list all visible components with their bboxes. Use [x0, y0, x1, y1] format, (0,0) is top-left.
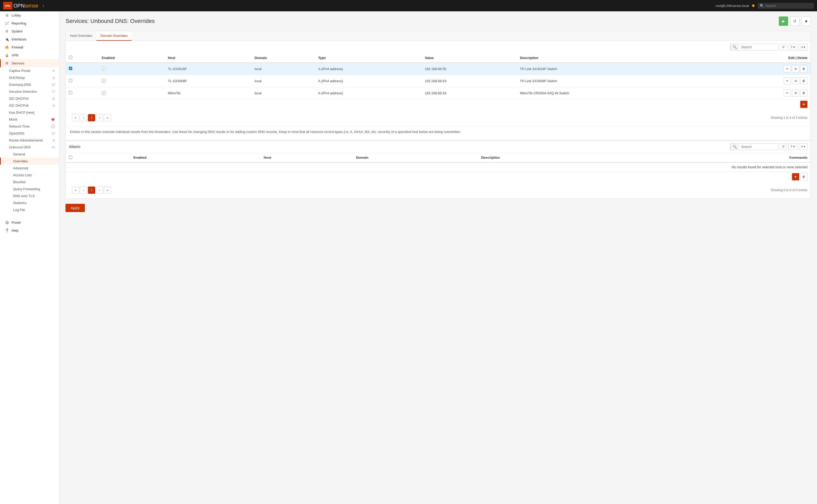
- sidebar-item-label: Power: [12, 221, 21, 224]
- sidebar-item-vpn[interactable]: 🔒 VPN: [0, 51, 59, 59]
- sidebar-item-label: Services: [12, 61, 24, 65]
- sidebar-item-captive-portal[interactable]: Captive Portal ✈: [0, 67, 59, 74]
- sidebar-item-isc-dhcpv6[interactable]: ISC DHCPv6 ⊙: [0, 102, 59, 109]
- next-page-button[interactable]: ›: [96, 114, 103, 121]
- services-icon: ⚙: [5, 61, 9, 65]
- sidebar-item-kea-dhcp[interactable]: Kea DHCP [new]: [0, 109, 59, 116]
- row-domain: local: [252, 87, 315, 99]
- sidebar-item-statistics[interactable]: Statistics: [0, 199, 59, 206]
- sidebar-item-help[interactable]: ❓ Help: [0, 226, 59, 234]
- aliases-search-button[interactable]: 🔍: [730, 144, 739, 150]
- sidebar-item-blocklist[interactable]: Blocklist: [0, 179, 59, 186]
- stop-button[interactable]: ■: [802, 16, 811, 26]
- sidebar-item-interfaces[interactable]: 🔌 Interfaces: [0, 35, 59, 43]
- last-page-button[interactable]: »: [104, 114, 111, 121]
- copy-button[interactable]: ⧉: [792, 89, 799, 97]
- row-select[interactable]: [66, 63, 98, 75]
- row-select[interactable]: [66, 75, 98, 87]
- navbar-search-input[interactable]: [765, 4, 812, 8]
- sidebar-item-reporting[interactable]: 📈 Reporting: [0, 19, 59, 27]
- sidebar-toggle-button[interactable]: ‹: [40, 2, 46, 10]
- select-all-checkbox[interactable]: [69, 56, 72, 59]
- delete-button[interactable]: 🗑: [800, 65, 807, 72]
- sidebar-sub-label: OpenDNS: [9, 131, 24, 135]
- sidebar-item-opendns[interactable]: OpenDNS 🏷: [0, 130, 59, 137]
- tab-domain-overrides[interactable]: Domain Overrides: [96, 31, 132, 41]
- apply-button[interactable]: Apply: [65, 204, 85, 212]
- add-host-override-button[interactable]: +: [800, 101, 807, 108]
- sidebar-item-label: Lobby: [12, 13, 21, 17]
- sidebar-item-power[interactable]: ⏻ Power: [0, 219, 59, 226]
- aliases-first-page[interactable]: «: [72, 187, 79, 194]
- row-enabled: ✓: [98, 87, 165, 99]
- host-search-input[interactable]: [739, 44, 778, 50]
- sidebar-item-intrusion-detection[interactable]: Intrusion Detection 🛡: [0, 88, 59, 95]
- aliases-no-results: No results found for selected host or no…: [66, 163, 811, 172]
- delete-alias-button[interactable]: 🗑: [800, 173, 807, 180]
- refresh-button[interactable]: ↺: [790, 16, 799, 26]
- aliases-select-all[interactable]: [69, 156, 72, 159]
- tabs: Host Overrides Domain Overrides: [66, 31, 811, 41]
- page-1-button[interactable]: 1: [88, 114, 95, 121]
- sidebar-sub-label: Blocklist: [13, 180, 26, 184]
- row-checkbox[interactable]: [69, 79, 72, 82]
- prev-page-button[interactable]: ‹: [80, 114, 87, 121]
- aliases-search-input[interactable]: [739, 144, 778, 150]
- sidebar-item-dhcrelay[interactable]: DHCRelay ⊙: [0, 74, 59, 81]
- aliases-last-page[interactable]: »: [104, 187, 111, 194]
- tab-host-overrides[interactable]: Host Overrides: [66, 31, 96, 41]
- delete-button[interactable]: 🗑: [800, 89, 807, 97]
- copy-button[interactable]: ⧉: [792, 77, 799, 85]
- add-row-area: +: [66, 99, 811, 110]
- first-page-button[interactable]: «: [72, 114, 79, 121]
- aliases-prev-page[interactable]: ‹: [80, 187, 87, 194]
- add-alias-button[interactable]: +: [792, 173, 799, 180]
- delete-button[interactable]: 🗑: [800, 77, 807, 85]
- sidebar-item-overrides[interactable]: Overrides: [0, 158, 59, 165]
- sidebar-item-monit[interactable]: Monit 💗: [0, 116, 59, 123]
- host-columns-button[interactable]: ≡ ▾: [799, 44, 807, 51]
- sidebar-sub-label: Log File: [13, 208, 25, 212]
- copy-button[interactable]: ⧉: [792, 65, 799, 72]
- aliases-refresh-button[interactable]: ↺: [780, 143, 787, 150]
- row-checkbox[interactable]: [69, 67, 72, 70]
- edit-button[interactable]: ✏: [784, 77, 791, 85]
- host-showing-text: Showing 1 to 3 of 3 entries: [771, 116, 807, 120]
- svg-text:OPN: OPN: [5, 5, 10, 7]
- sidebar-item-general[interactable]: General: [0, 151, 59, 158]
- dnsmasq-icon: 🏷: [52, 83, 55, 87]
- sidebar-item-access-lists[interactable]: Access Lists: [0, 172, 59, 179]
- sidebar-item-network-time[interactable]: Network Time 🕐: [0, 123, 59, 130]
- aliases-columns-button[interactable]: ≡ ▾: [799, 143, 807, 150]
- sidebar-item-label: Firewall: [12, 45, 23, 49]
- sidebar-item-isc-dhcpv4[interactable]: ISC DHCPv4 ⊙: [0, 95, 59, 102]
- sidebar-item-log-file[interactable]: Log File: [0, 206, 59, 213]
- aliases-next-page[interactable]: ›: [96, 187, 103, 194]
- sidebar-sub-label: ISC DHCPv6: [9, 104, 29, 107]
- aliases-col-host: Host: [261, 153, 353, 163]
- reporting-icon: 📈: [5, 21, 9, 25]
- sidebar-item-lobby[interactable]: ⊞ Lobby: [0, 11, 59, 19]
- edit-button[interactable]: ✏: [784, 89, 791, 97]
- play-button[interactable]: ▶: [779, 16, 788, 26]
- sidebar-item-firewall[interactable]: 🔥 Firewall: [0, 43, 59, 51]
- sidebar-item-unbound-dns[interactable]: Unbound DNS 🏷: [0, 144, 59, 151]
- sidebar-item-services[interactable]: ⚙ Services: [0, 59, 59, 67]
- row-checkbox[interactable]: [69, 91, 72, 94]
- aliases-page-1[interactable]: 1: [88, 187, 95, 194]
- sidebar-item-query-forwarding[interactable]: Query Forwarding: [0, 186, 59, 192]
- host-rows-button[interactable]: 7 ▾: [788, 44, 797, 51]
- host-search-button[interactable]: 🔍: [730, 44, 739, 50]
- lobby-icon: ⊞: [5, 13, 9, 17]
- sidebar-item-system[interactable]: ⚙ System: [0, 27, 59, 35]
- aliases-rows-button[interactable]: 7 ▾: [788, 143, 797, 150]
- edit-button[interactable]: ✏: [784, 65, 791, 72]
- host-refresh-button[interactable]: ↺: [780, 44, 787, 51]
- sidebar-item-dnsmasq[interactable]: Dnsmasq DNS 🏷: [0, 81, 59, 88]
- aliases-toolbar: 🔍 ↺ 7 ▾ ≡ ▾: [730, 143, 807, 150]
- row-select[interactable]: [66, 87, 98, 99]
- sidebar-item-dns-over-tls[interactable]: DNS over TLS: [0, 192, 59, 199]
- power-icon: ⏻: [5, 221, 9, 224]
- sidebar-item-router-adv[interactable]: Router Advertisements ⊙: [0, 137, 59, 144]
- sidebar-item-advanced[interactable]: Advanced: [0, 165, 59, 172]
